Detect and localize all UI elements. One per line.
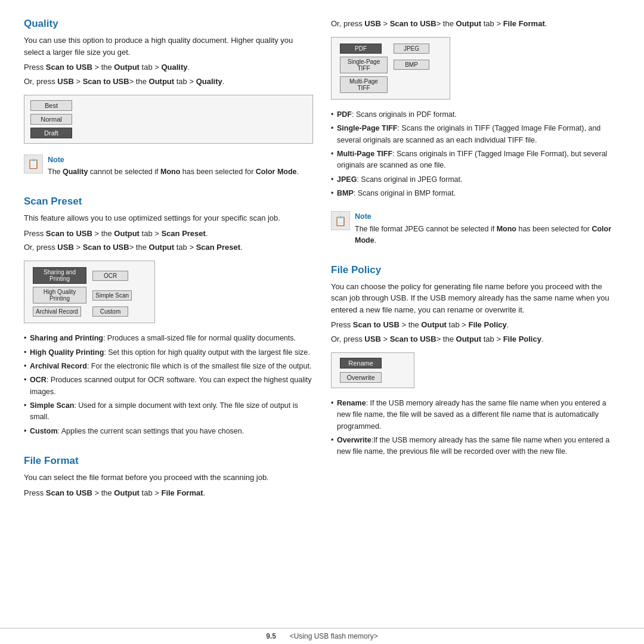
file-policy-bullets: Rename: If the USB memory already has th… (331, 398, 620, 460)
ff-btn-pdf[interactable]: PDF (340, 44, 382, 54)
quality-ui-box: Best Normal Draft (24, 95, 313, 144)
file-format-heading: File Format (24, 455, 313, 467)
quality-item-best: Best (30, 100, 306, 111)
sp-bullet-archival: Archival Record: For the electronic file… (24, 361, 313, 372)
sp-scan-usb2: Scan to USB (83, 243, 129, 252)
file-policy-press1: Press Scan to USB > the Output tab > Fil… (331, 319, 620, 332)
sp-item-ocr: OCR (92, 267, 146, 284)
quality-or-press: Or, press USB > Scan to USB> the Output … (24, 76, 313, 88)
sp-btn-hq[interactable]: High Quality Printing (33, 287, 86, 304)
quality-label2: Quality (196, 77, 222, 86)
quality-item-draft: Draft (30, 128, 306, 138)
sp-bullet-hq: High Quality Printing: Set this option f… (24, 347, 313, 358)
ff-scan-to-usb: Scan to USB (46, 488, 92, 497)
ff-output: Output (114, 488, 140, 497)
sp-label: Scan Preset (161, 229, 205, 238)
sp-bullet-custom: Custom: Applies the current scan setting… (24, 426, 313, 437)
sp-item-archival: Archival Record (33, 306, 86, 317)
left-column: Quality You can use this option to produ… (24, 18, 313, 622)
sp-item-sharing: Sharing and Printing (33, 267, 86, 284)
quality-btn-best[interactable]: Best (30, 100, 72, 111)
quality-note: 📋 Note The Quality cannot be selected if… (24, 154, 313, 178)
sp-btn-sharing[interactable]: Sharing and Printing (33, 267, 86, 284)
fp-btn-overwrite[interactable]: Overwrite (340, 372, 382, 383)
sp-output: Output (114, 229, 140, 238)
sp-bullet-ocr: OCR: Produces scanned output for OCR sof… (24, 374, 313, 398)
quality-output: Output (114, 63, 140, 72)
quality-usb: USB (57, 77, 73, 86)
ff-note-content: Note The file format JPEG cannot be sele… (355, 211, 620, 246)
quality-btn-normal[interactable]: Normal (30, 114, 72, 125)
fp-item-overwrite: Overwrite (340, 372, 405, 383)
file-policy-intro: You can choose the policy for generating… (331, 281, 620, 316)
ff-note-b1: Mono (497, 225, 516, 233)
ff-item-sptiff: Single-Page TIFF (340, 57, 388, 73)
ff-item-mptiff: Multi-Page TIFF (340, 76, 388, 93)
page: Quality You can use this option to produ… (0, 0, 644, 644)
fp-scan-to-usb: Scan to USB (353, 320, 400, 329)
ff-btn-jpeg[interactable]: JPEG (394, 44, 429, 54)
sp-usb: USB (57, 243, 73, 252)
file-policy-ui-box: Rename Overwrite (331, 352, 414, 388)
quality-output2: Output (149, 77, 175, 86)
ff-item-jpeg: JPEG (394, 44, 441, 54)
footer-page: 9.5 (266, 632, 276, 640)
ff-usb: USB (364, 19, 380, 28)
quality-note-text: The Quality cannot be selected if Mono h… (48, 166, 299, 178)
content-area: Quality You can use this option to produ… (0, 0, 644, 628)
quality-intro: You can use this option to produce a hig… (24, 35, 313, 58)
ff-bullet-pdf: PDF: Scans originals in PDF format. (331, 109, 620, 120)
ff-label: File Format (161, 488, 203, 497)
scan-preset-bullets: Sharing and Printing: Produces a small-s… (24, 333, 313, 439)
sp-scan-to-usb: Scan to USB (46, 229, 92, 238)
ff-or-press: Or, press USB > Scan to USB> the Output … (331, 18, 620, 30)
ff-btn-mptiff[interactable]: Multi-Page TIFF (340, 76, 388, 93)
quality-note-b2: Mono (160, 168, 180, 176)
fp-scan-usb2: Scan to USB (390, 335, 436, 343)
sp-item-hq: High Quality Printing (33, 287, 86, 304)
file-format-bullets: PDF: Scans originals in PDF format. Sing… (331, 109, 620, 202)
quality-note-content: Note The Quality cannot be selected if M… (48, 154, 299, 178)
footer-divider (281, 632, 285, 640)
ff-bullet-jpeg: JPEG: Scans original in JPEG format. (331, 174, 620, 185)
note-icon-ff: 📋 (331, 211, 350, 230)
ff-bullet-mptiff: Multi-Page TIFF: Scans originals in TIFF… (331, 148, 620, 172)
ff-item-pdf: PDF (340, 44, 388, 54)
fp-usb: USB (364, 335, 380, 343)
fp-bullet-rename: Rename: If the USB memory already has th… (331, 398, 620, 432)
quality-label: Quality (161, 63, 187, 72)
sp-label2: Scan Preset (196, 243, 240, 252)
ff-label2: File Format (503, 19, 545, 28)
ff-note-b2: Color Mode (355, 225, 611, 244)
sp-output2: Output (149, 243, 175, 252)
scan-preset-press1: Press Scan to USB > the Output tab > Sca… (24, 228, 313, 240)
quality-note-b3: Color Mode (256, 168, 297, 176)
quality-heading: Quality (24, 18, 313, 30)
sp-btn-simple[interactable]: Simple Scan (92, 290, 132, 301)
ff-btn-bmp[interactable]: BMP (394, 60, 429, 70)
ff-btn-sptiff[interactable]: Single-Page TIFF (340, 57, 388, 73)
fp-output2: Output (456, 335, 482, 343)
sp-btn-ocr[interactable]: OCR (92, 271, 128, 281)
sp-item-custom: Custom (92, 306, 146, 317)
ff-scan-usb2: Scan to USB (390, 19, 436, 28)
note-icon-quality: 📋 (24, 154, 43, 174)
scan-preset-or-press: Or, press USB > Scan to USB> the Output … (24, 242, 313, 254)
quality-btn-draft[interactable]: Draft (30, 128, 72, 138)
sp-btn-archival[interactable]: Archival Record (33, 306, 81, 317)
footer-context: <Using USB flash memory> (290, 632, 378, 640)
sp-item-simple: Simple Scan (92, 287, 146, 304)
file-policy-or-press: Or, press USB > Scan to USB> the Output … (331, 333, 620, 346)
footer: 9.5 <Using USB flash memory> (0, 628, 644, 644)
sp-bullet-sharing: Sharing and Printing: Produces a small-s… (24, 333, 313, 344)
quality-scan-usb2: Scan to USB (83, 77, 129, 86)
sp-btn-custom[interactable]: Custom (92, 306, 128, 317)
sp-bullet-simple: Simple Scan: Used for a simple document … (24, 400, 313, 423)
quality-press1: Press Scan to USB > the Output tab > Qua… (24, 61, 313, 74)
quality-note-b1: Quality (63, 168, 88, 176)
file-format-press1: Press Scan to USB > the Output tab > Fil… (24, 487, 313, 500)
file-format-intro: You can select the file format before yo… (24, 472, 313, 484)
fp-btn-rename[interactable]: Rename (340, 358, 382, 369)
scan-preset-intro: This feature allows you to use optimized… (24, 212, 313, 224)
scan-preset-heading: Scan Preset (24, 196, 313, 208)
